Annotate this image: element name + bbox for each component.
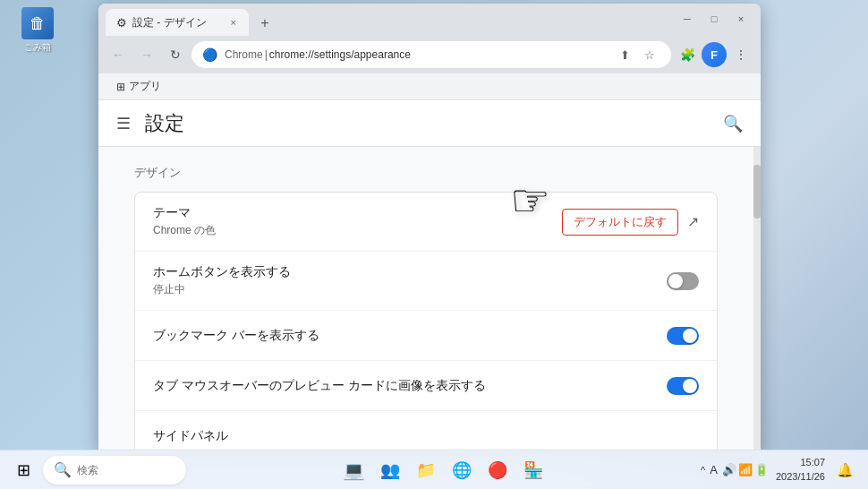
tab-title: 設定 - デザイン: [132, 15, 224, 30]
profile-button[interactable]: F: [702, 42, 727, 67]
share-icon[interactable]: ⬆: [614, 44, 635, 65]
tab-settings-icon: ⚙: [116, 16, 127, 30]
taskbar-search-box[interactable]: 🔍: [43, 456, 186, 485]
chrome-icon: 🔴: [488, 460, 507, 480]
close-button[interactable]: ×: [728, 9, 753, 29]
side-panel-main-label: サイドパネル: [153, 428, 699, 444]
url-domain: Chrome: [225, 48, 263, 61]
toggle-thumb-2: [683, 329, 697, 343]
home-button-label: ホームボタンを表示する 停止中: [153, 264, 667, 297]
taskbar-left: ⊞ 🔍: [7, 454, 186, 486]
reload-button[interactable]: ↻: [163, 42, 188, 67]
battery-icon: 🔋: [754, 463, 769, 476]
network-icon: 📶: [738, 463, 753, 476]
address-bar: ← → ↻ 🔵 Chrome | chrome://settings/appea…: [98, 36, 761, 73]
theme-sub-label: Chrome の色: [153, 223, 562, 238]
bookmark-icon[interactable]: ☆: [639, 44, 660, 65]
tab-bar: ⚙ 設定 - デザイン × +: [106, 9, 277, 36]
browser-actions: 🧩 F ⋮: [675, 42, 753, 67]
settings-card: テーマ Chrome の色 デフォルトに戻す ↗: [134, 192, 718, 451]
url-actions: ⬆ ☆: [614, 44, 660, 65]
title-bar: ⚙ 設定 - デザイン × + ─ □ ×: [98, 4, 761, 36]
taskbar-search-input[interactable]: [77, 464, 175, 476]
taskbar-teams[interactable]: 👥: [374, 454, 406, 486]
url-text: Chrome | chrome://settings/appearance: [225, 48, 607, 61]
section-title: デザイン: [134, 165, 718, 181]
taskbar-explorer[interactable]: 📁: [410, 454, 442, 486]
home-button-sub-label: 停止中: [153, 282, 667, 297]
taskbar-store[interactable]: 🏪: [517, 454, 549, 486]
font-size-indicator: A: [710, 463, 718, 476]
settings-main: デザイン テーマ Chrome の色 デフォルトに戻す: [98, 147, 753, 451]
theme-row: テーマ Chrome の色 デフォルトに戻す ↗: [135, 193, 717, 252]
tab-preview-toggle[interactable]: [667, 377, 699, 395]
home-button-row: ホームボタンを表示する 停止中: [135, 252, 717, 311]
tab-close-button[interactable]: ×: [229, 15, 238, 30]
taskbar-app-1-icon: 💻: [343, 459, 365, 481]
side-panel-header-row: サイドパネル: [135, 411, 717, 451]
tab-preview-main-label: タブ マウスオーバーのプレビュー カードに画像を表示する: [153, 378, 667, 394]
external-link-icon[interactable]: ↗: [687, 213, 699, 230]
bookmark-apps[interactable]: ⊞ アプリ: [109, 76, 168, 97]
minimize-button[interactable]: ─: [675, 9, 700, 29]
taskbar-edge[interactable]: 🌐: [446, 454, 478, 486]
forward-button[interactable]: →: [134, 42, 159, 67]
settings-header: ☰ 設定 🔍: [98, 100, 761, 147]
bookmarks-bar-label: ブックマーク バーを表示する: [153, 328, 667, 344]
tab-preview-label: タブ マウスオーバーのプレビュー カードに画像を表示する: [153, 378, 667, 394]
notification-icon: 🔔: [837, 462, 854, 478]
menu-icon[interactable]: ☰: [116, 114, 131, 133]
url-secure-icon: 🔵: [202, 47, 217, 62]
teams-icon: 👥: [380, 460, 400, 480]
volume-icon: 🔊: [722, 463, 736, 476]
settings-page: ☰ 設定 🔍 デザイン テーマ: [98, 100, 761, 451]
settings-body: デザイン テーマ Chrome の色 デフォルトに戻す: [98, 147, 761, 451]
taskbar-clock[interactable]: 15:07 2023/11/26: [776, 456, 825, 484]
search-icon[interactable]: 🔍: [723, 114, 743, 133]
bookmarks-bar-toggle[interactable]: [667, 327, 699, 345]
windows-start-button[interactable]: ⊞: [7, 454, 39, 486]
theme-label: テーマ Chrome の色: [153, 205, 562, 238]
reset-default-button[interactable]: デフォルトに戻す: [562, 209, 678, 236]
current-time: 15:07: [776, 456, 825, 469]
toggle-thumb-3: [683, 379, 697, 393]
home-button-toggle[interactable]: [667, 272, 699, 290]
browser-window: ⚙ 設定 - デザイン × + ─ □ × ←: [98, 4, 761, 451]
window-controls: ─ □ ×: [675, 9, 753, 29]
url-separator: |: [265, 48, 268, 61]
tab-preview-control: [667, 377, 699, 395]
scrollbar-track[interactable]: [753, 147, 761, 451]
more-menu-button[interactable]: ⋮: [728, 42, 753, 67]
scrollbar-thumb[interactable]: [753, 165, 761, 219]
theme-control: デフォルトに戻す ↗: [562, 209, 699, 236]
taskbar-chrome[interactable]: 🔴: [481, 454, 514, 486]
url-bar[interactable]: 🔵 Chrome | chrome://settings/appearance …: [191, 41, 671, 68]
browser-content: ☰ 設定 🔍 デザイン テーマ: [98, 100, 761, 451]
taskbar-search-icon: 🔍: [54, 461, 72, 478]
bookmarks-bar-row: ブックマーク バーを表示する: [135, 311, 717, 361]
notification-button[interactable]: 🔔: [829, 454, 861, 486]
active-tab[interactable]: ⚙ 設定 - デザイン ×: [106, 9, 249, 36]
chevron-up-icon: ^: [701, 465, 705, 476]
new-tab-button[interactable]: +: [252, 11, 277, 36]
bookmarks-bar: ⊞ アプリ: [98, 73, 761, 100]
sys-tray[interactable]: ^ A 🔊 📶 🔋: [701, 463, 769, 476]
bookmark-apps-label: アプリ: [129, 79, 161, 94]
extension-icon[interactable]: 🧩: [675, 42, 700, 67]
store-icon: 🏪: [523, 460, 543, 480]
back-button[interactable]: ←: [106, 42, 131, 67]
maximize-button[interactable]: □: [702, 9, 727, 29]
url-path: chrome://settings/appearance: [269, 48, 411, 61]
taskbar-right: ^ A 🔊 📶 🔋 15:07 2023/11/26 🔔: [701, 454, 861, 486]
side-panel-label: サイドパネル: [153, 428, 699, 444]
theme-main-label: テーマ: [153, 205, 562, 221]
taskbar-app-1[interactable]: 💻: [338, 454, 370, 486]
explorer-icon: 📁: [416, 460, 436, 480]
current-date: 2023/11/26: [776, 470, 825, 484]
page-title: 設定: [145, 110, 184, 137]
apps-grid-icon: ⊞: [116, 81, 125, 93]
bookmarks-bar-main-label: ブックマーク バーを表示する: [153, 328, 667, 344]
desktop-icon-trash[interactable]: 🗑 ごみ箱: [11, 7, 64, 54]
trash-label: ごみ箱: [24, 41, 51, 54]
edge-icon: 🌐: [452, 460, 472, 480]
